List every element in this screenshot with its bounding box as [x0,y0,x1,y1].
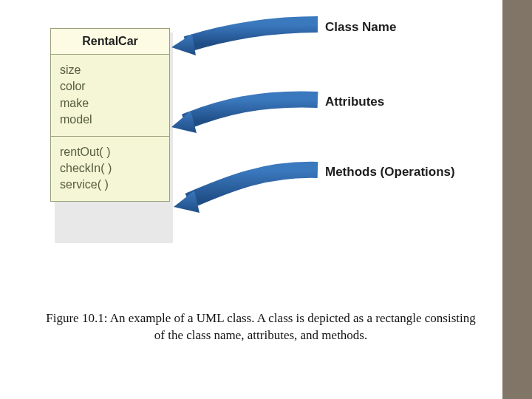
uml-attribute: model [60,112,160,128]
uml-attribute: size [60,62,160,78]
uml-method: rentOut( ) [60,144,160,160]
arrow-to-attributes [171,100,318,133]
decorative-stripe [502,0,532,399]
svg-marker-2 [174,191,200,213]
uml-method: checkIn( ) [60,160,160,177]
arrow-to-methods [174,170,318,213]
uml-class-box: RentalCar size color make model rentOut(… [50,28,170,202]
uml-attribute: color [60,78,160,95]
arrow-to-class-name [171,24,318,55]
label-class-name: Class Name [325,20,396,35]
uml-attributes-section: size color make model [51,55,169,137]
uml-class-name: RentalCar [51,29,169,55]
label-methods: Methods (Operations) [325,165,455,180]
uml-attribute: make [60,95,160,112]
uml-methods-section: rentOut( ) checkIn( ) service( ) [51,137,169,201]
svg-marker-0 [171,34,196,55]
svg-marker-1 [171,111,197,133]
slide: RentalCar size color make model rentOut(… [0,0,532,399]
uml-method: service( ) [60,177,160,193]
label-attributes: Attributes [325,95,384,109]
uml-outline: RentalCar size color make model rentOut(… [50,28,170,202]
figure-caption: Figure 10.1: An example of a UML class. … [43,310,479,344]
